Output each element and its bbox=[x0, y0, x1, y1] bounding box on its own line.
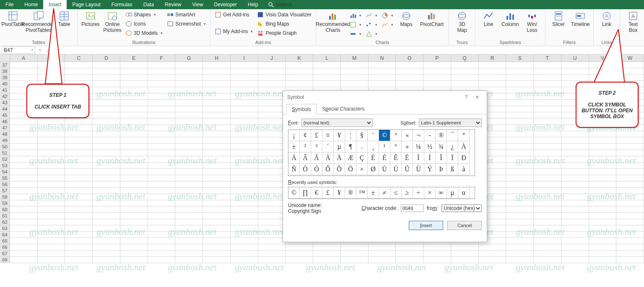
3d-map-button[interactable]: 3D Map bbox=[452, 10, 473, 34]
symbol-cell[interactable]: ¥ bbox=[334, 130, 345, 141]
row-header[interactable]: 43 bbox=[0, 100, 10, 106]
row-header[interactable]: 45 bbox=[0, 112, 10, 119]
symbol-cell[interactable]: Ñ bbox=[288, 164, 300, 175]
symbol-cell[interactable]: Í bbox=[424, 153, 436, 164]
symbol-cell[interactable]: Æ bbox=[345, 153, 356, 164]
symbol-cell[interactable]: ¤ bbox=[322, 130, 334, 141]
symbol-cell[interactable]: Đ bbox=[458, 153, 470, 164]
symbol-cell[interactable]: Î bbox=[436, 153, 447, 164]
menu-tab-home[interactable]: Home bbox=[19, 0, 43, 9]
column-header[interactable]: C bbox=[65, 54, 93, 62]
people-graph-button[interactable]: People Graph bbox=[255, 28, 313, 37]
row-header[interactable]: 38 bbox=[0, 68, 10, 75]
row-header[interactable]: 62 bbox=[0, 219, 10, 225]
menu-tab-page-layout[interactable]: Page Layout bbox=[67, 0, 106, 9]
row-header[interactable]: 66 bbox=[0, 244, 10, 251]
symbol-cell[interactable]: Â bbox=[300, 153, 311, 164]
menu-tab-insert[interactable]: Insert bbox=[43, 0, 67, 9]
column-header[interactable]: H bbox=[203, 54, 231, 62]
pivottable-button[interactable]: PivotTable bbox=[3, 10, 23, 28]
recent-symbol-cell[interactable]: α bbox=[458, 187, 470, 199]
symbol-cell[interactable]: ¼ bbox=[413, 141, 424, 153]
symbol-cell[interactable]: Ç bbox=[356, 153, 368, 164]
recent-symbol-cell[interactable]: ÷ bbox=[413, 187, 424, 199]
table-button[interactable]: Table bbox=[54, 10, 75, 28]
recent-symbol-cell[interactable]: © bbox=[288, 187, 300, 199]
symbol-cell[interactable]: É bbox=[379, 153, 390, 164]
symbol-cell[interactable]: . bbox=[356, 141, 368, 153]
row-header[interactable]: 64 bbox=[0, 232, 10, 238]
symbol-grid[interactable]: ¡¢£¤¥¦§¨©ª«¬-®¯°±²³´µ¶.¸¹º»¼½¾¿ÀÁÂÃÄÅÆÇÈ… bbox=[288, 129, 475, 176]
my-addins-button[interactable]: My Add-ins bbox=[213, 27, 254, 36]
recent-symbol-cell[interactable]: £ bbox=[322, 187, 334, 199]
close-icon[interactable]: ✕ bbox=[472, 94, 483, 100]
symbol-cell[interactable]: ¯ bbox=[447, 130, 458, 141]
column-header[interactable]: J bbox=[258, 54, 286, 62]
symbol-cell[interactable]: Þ bbox=[436, 164, 447, 175]
symbol-cell[interactable]: ¦ bbox=[345, 130, 356, 141]
row-header[interactable]: 53 bbox=[0, 163, 10, 169]
symbol-cell[interactable]: ¶ bbox=[345, 141, 356, 153]
symbol-cell[interactable]: Ô bbox=[322, 164, 334, 175]
recommended-charts-button[interactable]: Recommended Charts bbox=[319, 10, 347, 34]
column-header[interactable]: E bbox=[120, 54, 148, 62]
symbol-cell[interactable]: Ê bbox=[390, 153, 402, 164]
symbol-cell[interactable]: ¾ bbox=[436, 141, 447, 153]
recent-symbols-grid[interactable]: ©∏€£¥®™±≠≤≥÷×∞µα bbox=[288, 187, 475, 199]
slicer-button[interactable]: Slicer bbox=[548, 10, 569, 28]
column-header[interactable]: W bbox=[616, 54, 644, 62]
chart-type-button[interactable] bbox=[348, 29, 363, 38]
row-header[interactable]: 58 bbox=[0, 194, 10, 200]
symbol-cell[interactable]: Ø bbox=[368, 164, 379, 175]
textbox-button[interactable]: AText Box bbox=[623, 10, 644, 34]
font-select[interactable]: (normal text) bbox=[301, 119, 373, 127]
symbol-cell[interactable]: à bbox=[458, 164, 470, 175]
column-header[interactable]: K bbox=[286, 54, 313, 62]
symbol-cell[interactable]: Ö bbox=[345, 164, 356, 175]
symbol-cell[interactable]: Ã bbox=[311, 153, 322, 164]
column-header[interactable]: Q bbox=[451, 54, 479, 62]
symbol-cell[interactable]: ´ bbox=[322, 141, 334, 153]
column-header[interactable]: T bbox=[534, 54, 561, 62]
recent-symbol-cell[interactable]: ≤ bbox=[390, 187, 402, 199]
row-header[interactable]: 41 bbox=[0, 87, 10, 93]
row-header[interactable]: 49 bbox=[0, 137, 10, 144]
symbol-cell[interactable]: - bbox=[424, 130, 436, 141]
row-header[interactable]: 60 bbox=[0, 207, 10, 213]
symbol-cell[interactable]: ¨ bbox=[368, 130, 379, 141]
symbol-cell[interactable]: ² bbox=[300, 141, 311, 153]
recent-symbol-cell[interactable]: ∏ bbox=[300, 187, 311, 199]
symbol-cell[interactable]: Ï bbox=[447, 153, 458, 164]
sparkline-line-button[interactable]: Line bbox=[478, 10, 499, 28]
chart-type-button[interactable] bbox=[348, 11, 363, 20]
menu-tab-formulas[interactable]: Formulas bbox=[106, 0, 138, 9]
symbol-cell[interactable]: Ý bbox=[424, 164, 436, 175]
symbol-cell[interactable]: ³ bbox=[311, 141, 322, 153]
name-box[interactable]: B47 bbox=[2, 47, 35, 54]
chart-type-button[interactable] bbox=[364, 29, 379, 38]
symbol-cell[interactable]: ª bbox=[390, 130, 402, 141]
dialog-tab-symbols[interactable]: Symbols bbox=[286, 104, 317, 114]
recent-symbol-cell[interactable]: ∞ bbox=[436, 187, 447, 199]
symbol-cell[interactable]: ¢ bbox=[300, 130, 311, 141]
icons-button[interactable]: Icons bbox=[124, 19, 164, 28]
column-header[interactable]: V bbox=[589, 54, 617, 62]
symbol-cell[interactable]: ß bbox=[447, 164, 458, 175]
row-header[interactable]: 37 bbox=[0, 62, 10, 68]
menu-tab-view[interactable]: View bbox=[187, 0, 209, 9]
column-header[interactable]: O bbox=[396, 54, 423, 62]
insert-button[interactable]: Insert bbox=[409, 221, 443, 230]
menu-tab-data[interactable]: Data bbox=[138, 0, 159, 9]
row-header[interactable]: 57 bbox=[0, 188, 10, 194]
symbol-cell[interactable]: Ó bbox=[311, 164, 322, 175]
recent-symbol-cell[interactable]: ± bbox=[368, 187, 379, 199]
menu-tab-developer[interactable]: Developer bbox=[208, 0, 242, 9]
row-header[interactable]: 48 bbox=[0, 131, 10, 137]
column-header[interactable]: D bbox=[93, 54, 120, 62]
symbol-cell[interactable]: Ä bbox=[322, 153, 334, 164]
symbol-cell[interactable]: ¡ bbox=[288, 130, 300, 141]
chart-type-button[interactable] bbox=[364, 11, 379, 20]
recent-symbol-cell[interactable]: ® bbox=[345, 187, 356, 199]
symbol-cell[interactable]: ¿ bbox=[447, 141, 458, 153]
symbol-cell[interactable]: Ì bbox=[413, 153, 424, 164]
